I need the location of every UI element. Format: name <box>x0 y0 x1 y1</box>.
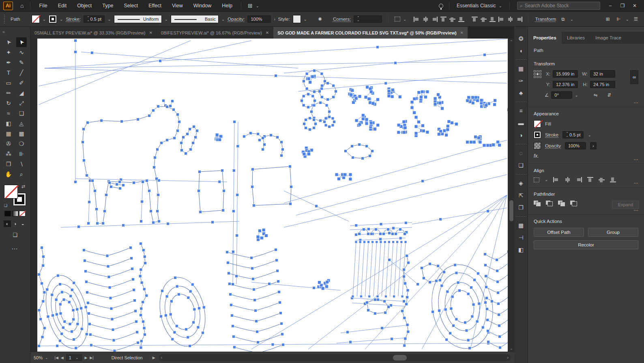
brushes-panel-icon[interactable]: ✑ <box>516 76 526 86</box>
align-panel-icon[interactable]: ⊣ <box>516 232 526 243</box>
chevron-down-icon[interactable]: ⌄ <box>304 17 307 22</box>
more-options-icon[interactable]: … <box>633 206 639 212</box>
vertical-scrollbar[interactable]: ⌃ ⌄ <box>508 39 514 352</box>
menu-help[interactable]: Help <box>217 0 238 11</box>
x-field[interactable]: 15.999 in <box>553 70 578 78</box>
menu-view[interactable]: View <box>167 0 188 11</box>
document-tab-2[interactable]: 0BIFESTYPREVIEW.ai* @ 16.67% (RGB/Previe… <box>157 27 273 39</box>
symbols-panel-icon[interactable]: ♣ <box>516 88 526 98</box>
fill-swatch[interactable] <box>32 15 40 23</box>
stroke-label[interactable]: Stroke: <box>66 17 80 22</box>
align-v-center-icon[interactable] <box>449 17 455 22</box>
panel-tab-properties[interactable]: Properties <box>528 32 562 44</box>
pathfinder-intersect-icon[interactable] <box>558 201 565 206</box>
align-m-icon[interactable] <box>599 177 605 182</box>
rotate-tool[interactable]: ↻ <box>3 98 14 108</box>
align-top-icon[interactable] <box>440 17 447 22</box>
menu-window[interactable]: Window <box>188 0 217 11</box>
offset-path-button[interactable]: Offset Path <box>534 228 584 237</box>
selection-tool[interactable]: ➤ <box>3 37 14 47</box>
stroke-swatch[interactable] <box>49 15 57 23</box>
menu-type[interactable]: Type <box>97 0 118 11</box>
y-field[interactable]: 12.376 in <box>553 81 578 88</box>
swap-fill-stroke-icon[interactable]: ⇄ <box>21 184 25 189</box>
group-button[interactable]: Group <box>588 228 638 237</box>
opacity-label[interactable]: Opacity <box>545 143 561 148</box>
mesh-tool[interactable]: ▦ <box>3 129 14 138</box>
pen-tool[interactable]: ✒ <box>3 58 14 67</box>
corners-label[interactable]: Corners: <box>333 17 351 22</box>
chevron-down-icon[interactable]: ⌄ <box>570 17 573 22</box>
panel-tab-libraries[interactable]: Libraries <box>562 32 590 44</box>
more-options-icon[interactable]: … <box>633 156 639 161</box>
corners-field[interactable]: ⌃⌄ <box>354 15 382 23</box>
curvature-tool[interactable]: ✎ <box>16 58 27 67</box>
chevron-down-icon[interactable]: ⌄ <box>575 93 578 97</box>
color-button[interactable] <box>4 211 11 216</box>
distribute-bottom-icon[interactable] <box>489 17 496 22</box>
fill-label[interactable]: Fill <box>545 121 551 126</box>
fill-swatch[interactable] <box>534 120 541 127</box>
prev-page-icon[interactable]: ◀ <box>61 356 64 360</box>
panel-tab-image-trace[interactable]: Image Trace <box>590 32 627 44</box>
toolbar-more-icon[interactable]: … <box>11 244 19 251</box>
export-panel-icon[interactable]: ⇱ <box>516 190 526 201</box>
minimize-button[interactable]: – <box>604 0 616 11</box>
eyedropper-tool[interactable]: ✇ <box>3 139 14 149</box>
close-button[interactable]: ✕ <box>629 0 641 11</box>
scroll-down-icon[interactable]: ⌄ <box>508 345 514 352</box>
none-button[interactable] <box>19 211 26 216</box>
zoom-tool[interactable]: ⌕ <box>16 169 27 179</box>
artboard-tool[interactable]: ❐ <box>3 159 14 169</box>
line-segment-tool[interactable]: ╱ <box>16 68 27 78</box>
menu-effect[interactable]: Effect <box>143 0 167 11</box>
artboard-navigation-field[interactable]: 1 ⌄ <box>66 354 82 361</box>
appearance-panel-icon[interactable]: ◌ <box>516 148 526 158</box>
pathfinder-minus-front-icon[interactable] <box>546 201 553 206</box>
home-icon[interactable]: ⌂ <box>17 2 27 9</box>
vertical-scroll-thumb[interactable] <box>509 200 513 221</box>
align-bottom-icon[interactable] <box>458 17 464 22</box>
blend-tool[interactable]: ❍ <box>16 139 27 149</box>
pattern-panel-icon[interactable]: ▩ <box>516 220 526 231</box>
align-t-icon[interactable] <box>587 177 593 182</box>
artboards-panel-icon[interactable]: ❐ <box>516 202 526 213</box>
symbol-sprayer-tool[interactable]: ⁂ <box>3 149 14 159</box>
stroke-weight-field[interactable]: ⌃⌄ 0.5 pt <box>562 131 584 138</box>
align-r-icon[interactable] <box>576 177 582 182</box>
isolate-selection-icon[interactable]: ⧉ <box>559 14 567 24</box>
chevron-down-icon[interactable]: ⌄ <box>107 17 111 22</box>
opacity-checker-icon[interactable] <box>534 142 541 149</box>
align-l-icon[interactable] <box>553 177 559 182</box>
stroke-panel-icon[interactable]: ≡ <box>516 106 526 116</box>
align-to-icon[interactable] <box>534 177 539 182</box>
magic-wand-tool[interactable]: ✦ <box>3 48 14 57</box>
document-tab-3[interactable]: SO GOD MADE A FARMER COLORADO FILLED SVG… <box>273 27 468 39</box>
workspace-switcher[interactable]: Essentials Classic ⌄ <box>453 3 506 9</box>
pathfinder-exclude-icon[interactable] <box>570 201 577 206</box>
tab-close-icon[interactable]: ✕ <box>149 30 152 35</box>
menu-list-icon[interactable]: ☰ <box>632 14 640 24</box>
restore-button[interactable]: ❐ <box>616 0 629 11</box>
swatches-panel-icon[interactable]: ▦ <box>516 63 526 74</box>
chevron-down-icon[interactable]: ⌄ <box>588 133 591 137</box>
stepper-icon[interactable]: ⌃⌄ <box>566 132 569 137</box>
constrain-proportions-icon[interactable]: ∞ <box>630 70 638 84</box>
menu-object[interactable]: Object <box>72 0 97 11</box>
color-panel-icon[interactable]: ❂ <box>516 33 526 44</box>
next-page-icon[interactable]: ▶ <box>84 356 87 360</box>
distribute-right-icon[interactable] <box>516 17 522 22</box>
stepper-icon[interactable]: ⌃⌄ <box>357 17 360 22</box>
scroll-up-icon[interactable]: ⌃ <box>508 39 514 45</box>
fx-button[interactable]: fx. <box>534 153 638 159</box>
chevron-down-icon[interactable]: ⌄ <box>45 356 48 360</box>
type-tool[interactable]: T <box>3 68 14 78</box>
more-options-icon[interactable]: … <box>633 99 639 104</box>
direct-selection-tool[interactable]: ➤ <box>16 37 27 47</box>
gradient-panel-icon[interactable]: ◖ <box>516 45 526 56</box>
artboard[interactable] <box>37 39 508 352</box>
chevron-down-icon[interactable]: ⌄ <box>403 17 406 22</box>
fill-proxy[interactable] <box>4 185 18 199</box>
recolor-artwork-icon[interactable]: ✺ <box>316 14 324 24</box>
shaper-tool[interactable]: ✏ <box>3 88 14 98</box>
